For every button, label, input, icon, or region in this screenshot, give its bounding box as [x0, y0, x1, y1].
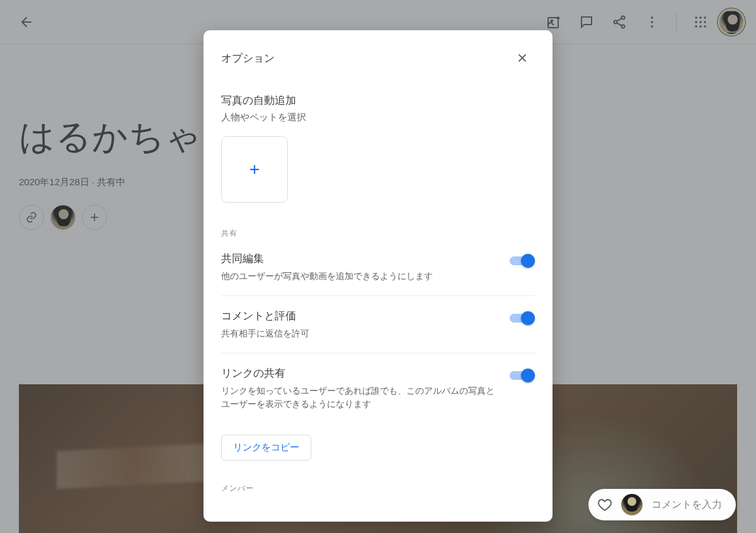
comment-input-pill: コメントを入力 [588, 489, 736, 520]
toggle-title: リンクの共有 [221, 366, 495, 381]
toggle-comments-switch[interactable] [510, 311, 535, 325]
auto-add-title: 写真の自動追加 [221, 93, 535, 108]
options-dialog: オプション 写真の自動追加 人物やペットを選択 共有 共同編集 他のユーザーが写… [203, 30, 553, 522]
toggle-title: 共同編集 [221, 251, 495, 266]
heart-icon [597, 497, 612, 512]
toggle-link-share-switch[interactable] [510, 369, 535, 382]
like-button[interactable] [597, 497, 612, 512]
dialog-title: オプション [221, 51, 275, 66]
toggle-title: コメントと評価 [221, 309, 495, 323]
toggle-row-comments: コメントと評価 共有相手に返信を許可 [221, 296, 535, 353]
toggle-row-link-share: リンクの共有 リンクを知っているユーザーであれば誰でも、このアルバムの写真とユー… [221, 353, 535, 423]
switch-thumb [521, 254, 535, 268]
close-icon [515, 51, 529, 65]
plus-icon [247, 162, 262, 177]
comment-input[interactable]: コメントを入力 [651, 498, 722, 512]
toggle-collaborate-switch[interactable] [510, 254, 535, 268]
toggle-desc: リンクを知っているユーザーであれば誰でも、このアルバムの写真とユーザーを表示でき… [221, 384, 495, 411]
share-section-label: 共有 [221, 228, 535, 239]
add-face-button[interactable] [221, 136, 288, 203]
dialog-body: 写真の自動追加 人物やペットを選択 共有 共同編集 他のユーザーが写真や動画を追… [203, 76, 553, 522]
toggle-desc: 他のユーザーが写真や動画を追加できるようにします [221, 270, 495, 283]
close-dialog-button[interactable] [510, 45, 535, 71]
switch-thumb [521, 311, 535, 325]
copy-link-button[interactable]: リンクをコピー [221, 435, 311, 461]
toggle-desc: 共有相手に返信を許可 [221, 327, 495, 340]
switch-thumb [521, 369, 535, 382]
members-section-label: メンバー [221, 483, 535, 494]
comment-avatar [621, 494, 643, 515]
toggle-row-collaborate: 共同編集 他のユーザーが写真や動画を追加できるようにします [221, 239, 535, 296]
auto-add-subtitle: 人物やペットを選択 [221, 112, 535, 123]
dialog-header: オプション [203, 30, 553, 76]
